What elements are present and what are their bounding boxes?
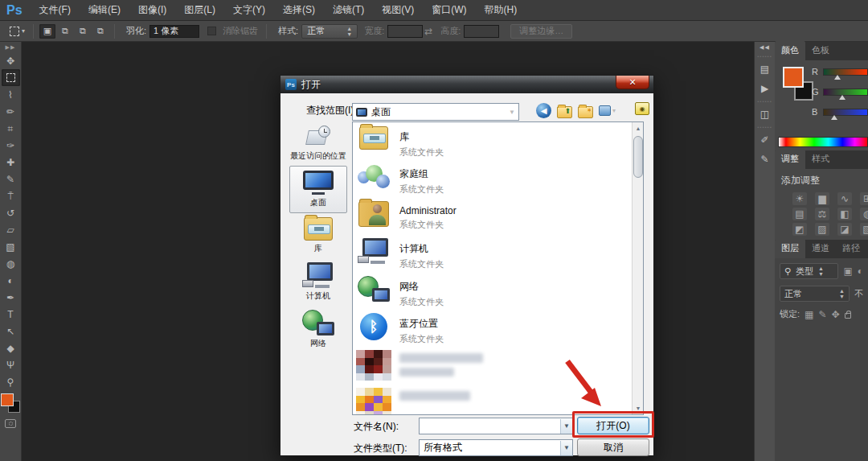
filetype-select[interactable]: 所有格式 ▼ xyxy=(419,439,573,456)
pen-tool[interactable]: ✒ xyxy=(2,289,20,306)
photo-filter-icon[interactable]: ◍ xyxy=(860,208,868,220)
tool-preset-picker[interactable]: ▾ xyxy=(6,25,28,38)
type-tool[interactable]: T xyxy=(2,306,20,323)
refine-edge-button[interactable]: 调整边缘… xyxy=(510,24,572,39)
image-preview-toggle[interactable]: ◉ xyxy=(635,102,649,115)
up-one-level-button[interactable]: ⬆ xyxy=(557,106,572,118)
actions-panel-icon[interactable]: ▶ xyxy=(761,79,768,98)
curves-icon[interactable]: ∿ xyxy=(837,192,852,205)
file-row-bluetooth[interactable]: ᛒ 蓝牙位置 系统文件夹 xyxy=(356,313,629,345)
tab-styles[interactable]: 样式 xyxy=(805,150,836,169)
hand-tool[interactable]: Ψ xyxy=(2,356,20,373)
blue-slider-thumb[interactable] xyxy=(831,115,837,120)
swap-dimensions-icon[interactable]: ⇄ xyxy=(424,26,432,37)
cancel-button[interactable]: 取消 xyxy=(577,438,649,456)
place-recent[interactable]: 最近访问的位置 xyxy=(289,121,347,166)
file-row-administrator[interactable]: Administrator 系统文件夹 xyxy=(356,201,629,231)
brush-tool[interactable]: ✎ xyxy=(2,171,20,187)
feather-input[interactable] xyxy=(149,25,199,38)
dodge-tool[interactable]: ◐ xyxy=(2,272,20,289)
tab-swatches[interactable]: 色板 xyxy=(805,41,836,60)
clone-stamp-tool[interactable]: ⍑ xyxy=(2,187,20,204)
rectangular-marquee-tool[interactable] xyxy=(2,69,20,86)
menu-edit[interactable]: 编辑(E) xyxy=(80,0,129,21)
layer-filter-select[interactable]: ⚲ 类型 ▲▼ xyxy=(780,263,838,279)
place-desktop[interactable]: 桌面 xyxy=(289,166,347,213)
tab-paths[interactable]: 路径 xyxy=(836,239,866,258)
green-slider-thumb[interactable] xyxy=(839,95,845,100)
new-folder-button[interactable]: ✶ xyxy=(578,106,593,118)
scrollbar-thumb[interactable] xyxy=(633,136,643,178)
close-button[interactable]: ✕ xyxy=(616,76,649,89)
place-computer[interactable]: 计算机 xyxy=(289,258,347,306)
eyedropper-tool[interactable]: ✑ xyxy=(2,137,20,154)
black-white-icon[interactable]: ◧ xyxy=(837,208,852,220)
file-row-libraries[interactable]: 库 系统文件夹 xyxy=(356,126,629,158)
blur-tool[interactable]: ◍ xyxy=(2,255,20,272)
lock-transparency-icon[interactable]: ▦ xyxy=(805,309,813,320)
color-balance-icon[interactable]: ⚖ xyxy=(815,208,829,220)
invert-icon[interactable]: ◩ xyxy=(792,223,807,236)
lasso-tool[interactable]: ⌇ xyxy=(2,86,20,103)
file-row-network[interactable]: 网络 系统文件夹 xyxy=(356,276,629,308)
move-tool[interactable]: ✥ xyxy=(2,52,20,69)
collapse-left-icon[interactable]: ◀◀ xyxy=(760,42,770,53)
tab-adjustments[interactable]: 调整 xyxy=(775,150,805,169)
subtract-selection-button[interactable]: ⧉ xyxy=(75,24,91,39)
width-input[interactable] xyxy=(387,25,423,38)
chevron-down-icon[interactable]: ▼ xyxy=(560,419,572,434)
dialog-title-bar[interactable]: Ps 打开 ✕ xyxy=(280,76,653,93)
height-input[interactable] xyxy=(464,25,499,38)
brush-panel-icon[interactable]: ✐ xyxy=(760,130,768,150)
new-selection-button[interactable]: ▣ xyxy=(39,24,55,39)
healing-brush-tool[interactable]: ✚ xyxy=(2,154,20,171)
clone-source-panel-icon[interactable]: ◫ xyxy=(760,105,769,124)
lock-position-icon[interactable]: ✥ xyxy=(831,309,839,320)
menu-layer[interactable]: 图层(L) xyxy=(175,0,224,21)
menu-select[interactable]: 选择(S) xyxy=(274,0,324,21)
collapse-right-icon[interactable]: ▶▶ xyxy=(6,42,16,52)
blend-mode-select[interactable]: 正常 ▲▼ xyxy=(780,286,850,302)
history-brush-tool[interactable]: ↺ xyxy=(2,204,20,221)
menu-file[interactable]: 文件(F) xyxy=(31,0,80,21)
chevron-down-icon[interactable]: ▼ xyxy=(560,441,572,455)
threshold-icon[interactable]: ◪ xyxy=(837,223,852,236)
quick-mask-button[interactable] xyxy=(5,419,16,428)
place-libraries[interactable]: 库 xyxy=(289,213,347,258)
foreground-color-swatch[interactable] xyxy=(783,67,804,88)
file-list-scrollbar[interactable]: ▲ ▼ xyxy=(632,122,643,414)
add-selection-button[interactable]: ⧉ xyxy=(57,24,73,39)
lock-pixels-icon[interactable]: ✎ xyxy=(818,309,826,320)
look-in-select[interactable]: 桌面 ▼ xyxy=(352,103,519,121)
style-select[interactable]: 正常 ▲▼ xyxy=(301,24,358,39)
zoom-tool[interactable]: ⚲ xyxy=(2,373,20,390)
menu-type[interactable]: 文字(Y) xyxy=(224,0,274,21)
red-slider[interactable] xyxy=(823,68,868,76)
menu-image[interactable]: 图像(I) xyxy=(129,0,175,21)
scroll-up-button[interactable]: ▲ xyxy=(633,122,644,134)
menu-view[interactable]: 视图(V) xyxy=(373,0,423,21)
blue-slider[interactable] xyxy=(823,109,868,116)
lock-all-icon[interactable] xyxy=(845,313,851,319)
color-spectrum-ramp[interactable] xyxy=(778,137,868,147)
vibrance-icon[interactable]: ▤ xyxy=(792,208,807,220)
foreground-color-swatch[interactable] xyxy=(1,393,14,406)
tab-color[interactable]: 颜色 xyxy=(775,41,805,60)
filter-pixel-icon[interactable]: ▣ xyxy=(843,265,852,277)
file-row-computer[interactable]: 计算机 系统文件夹 xyxy=(356,238,629,270)
brightness-contrast-icon[interactable]: ☀ xyxy=(792,192,807,205)
menu-window[interactable]: 窗口(W) xyxy=(423,0,475,21)
tab-layers[interactable]: 图层 xyxy=(775,239,805,258)
tab-channels[interactable]: 通道 xyxy=(805,239,836,258)
place-network[interactable]: 网络 xyxy=(289,306,347,353)
posterize-icon[interactable]: ▨ xyxy=(815,223,829,236)
green-slider[interactable] xyxy=(823,88,868,96)
back-button[interactable]: ◀ xyxy=(536,103,551,118)
intersect-selection-button[interactable]: ⧉ xyxy=(92,24,108,39)
file-row-homegroup[interactable]: 家庭组 系统文件夹 xyxy=(356,163,629,196)
menu-filter[interactable]: 滤镜(T) xyxy=(324,0,373,21)
filename-input[interactable]: ▼ xyxy=(419,418,573,434)
crop-tool[interactable]: ⌗ xyxy=(2,120,20,137)
gradient-map-icon[interactable]: ▧ xyxy=(860,223,868,236)
quick-selection-tool[interactable]: ✏ xyxy=(2,103,20,120)
